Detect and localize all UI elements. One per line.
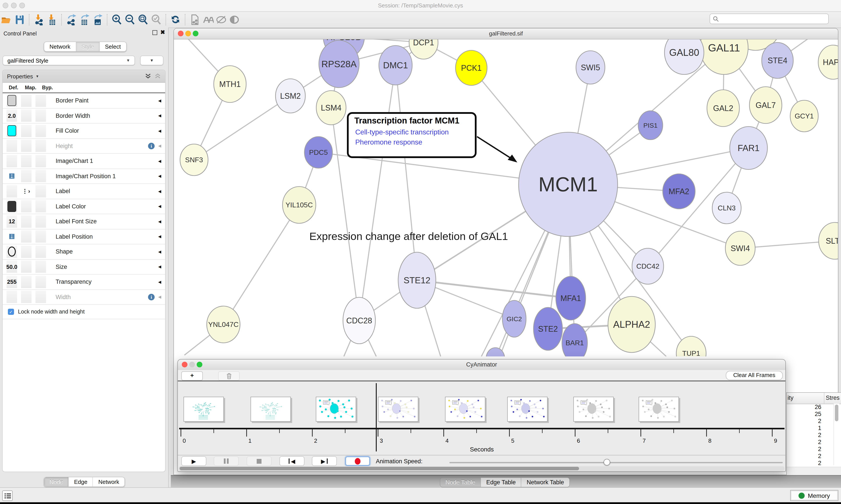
save-session-icon[interactable] [13, 14, 26, 26]
network-node-partial-node[interactable] [486, 348, 505, 357]
network-node-YNL047C[interactable]: YNL047C [207, 306, 240, 343]
style-selector[interactable]: galFiltered Style ▼ [3, 56, 135, 65]
network-node-DMC1[interactable]: DMC1 [379, 46, 412, 85]
property-row-border-paint[interactable]: Border Paint◀ [3, 93, 165, 108]
network-node-DCP1[interactable]: DCP1 [409, 39, 438, 59]
export-image-icon[interactable] [91, 14, 104, 26]
default-value-cell[interactable] [6, 125, 17, 137]
stop-button[interactable] [247, 456, 272, 466]
bypass-cell[interactable] [35, 231, 46, 243]
default-value-cell[interactable] [6, 155, 17, 167]
network-node-SLT2[interactable]: SLT2 [819, 222, 838, 259]
open-in-browser-icon[interactable] [189, 14, 201, 26]
table-header-row[interactable]: ity Stres [787, 393, 841, 404]
tab-node[interactable]: Node [44, 477, 69, 486]
mapping-cell[interactable] [21, 170, 32, 182]
show-details-icon[interactable] [228, 14, 241, 26]
zoom-selected-icon[interactable] [150, 14, 163, 26]
zoom-in-icon[interactable] [110, 14, 124, 26]
table-cell-value[interactable]: 26 [787, 404, 832, 411]
collapse-arrow-icon[interactable]: ◀ [158, 189, 161, 194]
mapping-cell[interactable] [21, 231, 32, 243]
memory-button[interactable]: Memory [790, 490, 838, 501]
network-node-SWI5[interactable]: SWI5 [576, 51, 605, 84]
mapping-cell[interactable] [21, 125, 32, 137]
network-node-CDC28[interactable]: CDC28 [343, 297, 375, 344]
collapse-arrow-icon[interactable]: ◀ [158, 265, 161, 269]
default-value-cell[interactable] [6, 200, 17, 213]
network-node-ALPHA2[interactable]: ALPHA2 [608, 296, 655, 353]
default-value-cell[interactable] [6, 170, 17, 182]
network-node-PIS1[interactable]: PIS1 [638, 111, 663, 140]
network-node-STE2[interactable]: STE2 [534, 307, 562, 350]
network-node-GAL7[interactable]: GAL7 [749, 87, 782, 124]
network-node-STE4[interactable]: STE4 [762, 42, 793, 78]
import-network-icon[interactable] [32, 14, 46, 26]
collapse-all-icon[interactable] [155, 73, 161, 79]
network-node-MFA2[interactable]: MFA2 [663, 174, 695, 209]
network-node-GAL2[interactable]: GAL2 [707, 90, 739, 127]
property-row-fill-color[interactable]: Fill Color◀ [3, 124, 165, 139]
mapping-cell[interactable] [21, 110, 32, 122]
network-node-HAP2[interactable]: HAP2 [818, 45, 838, 79]
network-node-PDC5[interactable]: PDC5 [304, 137, 333, 168]
default-value-cell[interactable] [6, 246, 17, 258]
global-search-box[interactable] [710, 14, 829, 24]
zoom-out-icon[interactable] [124, 14, 137, 26]
annotation-box[interactable]: Transcription factor MCM1Cell-type-speci… [348, 113, 517, 162]
collapse-arrow-icon[interactable]: ◀ [158, 295, 161, 299]
bypass-cell[interactable] [35, 185, 46, 197]
table-cell-value[interactable]: 2 [787, 418, 832, 425]
network-node-MFA1[interactable]: MFA1 [556, 276, 586, 320]
table-scrollbar[interactable] [834, 404, 839, 465]
animation-frame-8[interactable] [639, 397, 679, 422]
bypass-cell[interactable] [35, 155, 46, 167]
network-node-PCK1[interactable]: PCK1 [455, 50, 487, 85]
speed-slider-track[interactable] [449, 462, 783, 463]
pause-button[interactable] [214, 456, 239, 466]
export-network-icon[interactable] [65, 14, 78, 26]
bypass-cell[interactable] [35, 215, 46, 228]
table-column-stress[interactable]: Stres [824, 393, 841, 404]
mapping-cell[interactable] [21, 261, 32, 273]
default-value-cell[interactable] [6, 185, 17, 197]
record-button[interactable] [345, 456, 370, 466]
tab-network[interactable]: Network [44, 42, 76, 51]
annotation-link[interactable]: Pheromone response [355, 138, 422, 146]
hide-details-icon[interactable] [215, 14, 228, 26]
zoom-fit-icon[interactable] [137, 14, 150, 26]
property-row-label[interactable]: ⋮›Label◀ [3, 184, 165, 199]
animation-frame-4[interactable] [378, 397, 418, 422]
network-node-GAL80[interactable]: GAL80 [664, 39, 704, 74]
table-cell-value[interactable]: 25 [787, 411, 832, 418]
bypass-cell[interactable] [35, 110, 46, 122]
network-node-LSM4[interactable]: LSM4 [316, 91, 346, 125]
play-button[interactable]: ▶ [181, 456, 206, 466]
default-value-cell[interactable]: 50.0 [6, 261, 17, 273]
property-row-height[interactable]: Heighti◀ [3, 139, 165, 154]
property-row-label-font-size[interactable]: 12Label Font Size◀ [3, 214, 165, 229]
animation-frame-3[interactable] [316, 397, 356, 422]
default-value-cell[interactable] [6, 140, 17, 152]
property-row-shape[interactable]: Shape◀ [3, 244, 165, 259]
float-panel-icon[interactable] [153, 30, 157, 35]
animation-frame-7[interactable] [573, 397, 614, 422]
network-node-RPS28A[interactable]: RPS28A [319, 40, 359, 88]
network-node-CDC42[interactable]: CDC42 [632, 248, 664, 284]
bypass-cell[interactable] [35, 276, 46, 288]
property-row-image-chart-1[interactable]: Image/Chart 1◀ [3, 154, 165, 169]
collapse-arrow-icon[interactable]: ◀ [158, 234, 161, 239]
collapse-arrow-icon[interactable]: ◀ [158, 250, 161, 254]
network-node-YIL105C[interactable]: YIL105C [283, 186, 316, 223]
default-value-cell[interactable]: 2.0 [6, 110, 17, 122]
collapse-arrow-icon[interactable]: ◀ [158, 98, 161, 103]
open-session-icon[interactable] [0, 14, 13, 26]
skip-to-start-button[interactable]: ▶ [280, 456, 304, 466]
table-cell-value[interactable]: 2 [787, 446, 832, 453]
network-node-MTH1[interactable]: MTH1 [214, 66, 246, 103]
delete-frame-button[interactable] [218, 371, 239, 380]
tab-edge-table[interactable]: Edge Table [481, 478, 521, 487]
bypass-cell[interactable] [35, 291, 46, 303]
network-node-GCY1[interactable]: GCY1 [790, 100, 818, 132]
network-node-STE12[interactable]: STE12 [398, 252, 436, 308]
